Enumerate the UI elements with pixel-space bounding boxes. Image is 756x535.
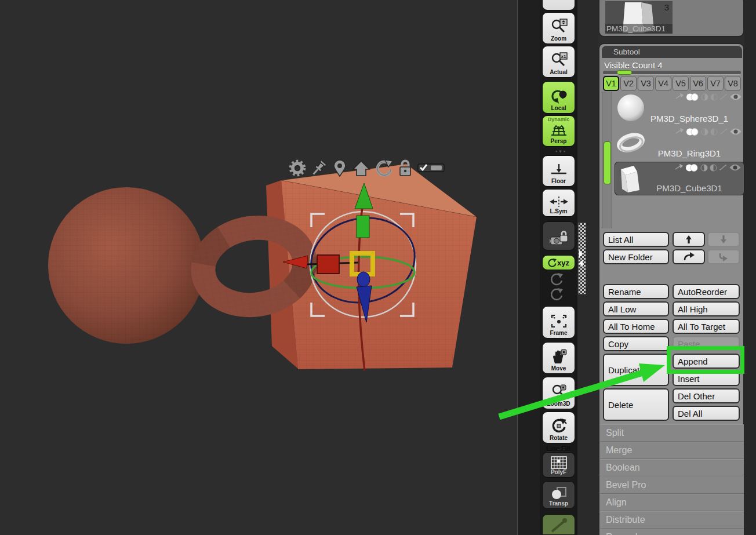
gyro-z-icon[interactable] bbox=[549, 287, 564, 301]
lsym-button[interactable]: L.Sym bbox=[542, 189, 575, 217]
eye-icon[interactable] bbox=[729, 93, 742, 101]
section-boolean[interactable]: Boolean bbox=[600, 459, 744, 476]
contrast-icon[interactable] bbox=[710, 93, 718, 101]
move-button[interactable]: Move bbox=[542, 342, 575, 374]
lsym-icon bbox=[549, 195, 569, 208]
transp-button[interactable]: Transp bbox=[542, 481, 575, 509]
curve-icon[interactable] bbox=[719, 164, 727, 171]
halfcircle-icon[interactable] bbox=[701, 93, 708, 101]
tab-v6[interactable]: V6 bbox=[690, 76, 706, 91]
polypaint-icon[interactable] bbox=[675, 128, 684, 135]
subtool-row-icons bbox=[675, 163, 742, 172]
section-merge[interactable]: Merge bbox=[600, 442, 744, 459]
visibility-toggle[interactable] bbox=[685, 128, 699, 136]
tool-preview-tile[interactable]: 3 PM3D_Cube3D1 bbox=[605, 1, 673, 34]
eye-icon[interactable] bbox=[729, 128, 742, 136]
curve-icon[interactable] bbox=[719, 93, 728, 100]
lock-icon[interactable] bbox=[397, 159, 413, 177]
tab-v8[interactable]: V8 bbox=[725, 76, 741, 91]
eye-icon[interactable] bbox=[729, 163, 742, 172]
subtool-scroll-thumb[interactable] bbox=[604, 141, 611, 184]
persp-button[interactable]: Dynamic Persp bbox=[542, 115, 575, 147]
tab-v4[interactable]: V4 bbox=[655, 76, 671, 91]
section-align[interactable]: Align bbox=[600, 494, 744, 511]
magnifier-3d-icon bbox=[550, 383, 568, 401]
tab-v7[interactable]: V7 bbox=[707, 76, 724, 91]
frame-button[interactable]: Frame bbox=[542, 306, 575, 339]
halfcircle-icon[interactable] bbox=[700, 164, 708, 172]
del-other-button[interactable]: Del Other bbox=[673, 388, 740, 403]
all-to-target-button[interactable]: All To Target bbox=[673, 319, 740, 334]
move-out-button[interactable] bbox=[673, 249, 705, 264]
polyf-button[interactable]: PolyF bbox=[542, 452, 575, 478]
scroll-right-arrow[interactable] bbox=[579, 250, 583, 257]
scroll-left-arrow[interactable] bbox=[579, 260, 583, 267]
section-bevel-pro[interactable]: Bevel Pro bbox=[600, 476, 744, 494]
slider-knob[interactable] bbox=[617, 70, 632, 75]
move-down-button[interactable] bbox=[707, 232, 740, 247]
dynamic-label: Dynamic bbox=[543, 117, 575, 122]
tab-v1[interactable]: V1 bbox=[603, 76, 619, 91]
tool-preview-panel: 3 PM3D_Cube3D1 bbox=[598, 0, 744, 37]
toggle-check-icon[interactable] bbox=[417, 163, 445, 173]
rotate-ccw-icon[interactable] bbox=[375, 159, 393, 177]
polypaint-icon[interactable] bbox=[675, 93, 684, 100]
lsym-label: L.Sym bbox=[550, 208, 567, 214]
visible-count-slider[interactable] bbox=[603, 71, 741, 75]
subtool-list-scrollbar[interactable] bbox=[602, 92, 612, 228]
rotate-icon bbox=[550, 417, 568, 435]
section-split[interactable]: Split bbox=[600, 424, 744, 442]
subtool-panel-header[interactable]: Subtool bbox=[602, 46, 742, 58]
rotate-label: Rotate bbox=[550, 435, 568, 441]
list-all-button[interactable]: List All bbox=[603, 232, 669, 247]
section-distribute[interactable]: Distribute bbox=[600, 511, 744, 529]
duplicate-button[interactable]: Duplicate bbox=[603, 354, 669, 386]
transp-label: Transp bbox=[549, 500, 568, 507]
home-icon[interactable] bbox=[352, 159, 370, 177]
move-up-button[interactable] bbox=[673, 232, 705, 247]
zoom-button[interactable]: Zoom bbox=[542, 12, 575, 44]
pushpin-icon[interactable] bbox=[310, 159, 328, 177]
rename-button[interactable]: Rename bbox=[603, 284, 669, 299]
move-in-button[interactable] bbox=[707, 249, 740, 264]
gxyz-button[interactable]: xyz bbox=[542, 255, 575, 270]
location-pin-icon[interactable] bbox=[332, 159, 348, 177]
new-folder-button[interactable]: New Folder bbox=[603, 249, 669, 264]
all-high-button[interactable]: All High bbox=[673, 301, 740, 316]
delete-button[interactable]: Delete bbox=[603, 388, 669, 421]
copy-button[interactable]: Copy bbox=[603, 336, 669, 351]
rotate-button[interactable]: Rotate bbox=[542, 412, 575, 443]
gyro-y-icon[interactable] bbox=[549, 272, 564, 286]
autoreorder-button[interactable]: AutoReorder bbox=[673, 284, 740, 299]
halfcircle-icon[interactable] bbox=[701, 128, 708, 136]
contrast-icon[interactable] bbox=[710, 128, 718, 136]
section-remesh[interactable]: Remesh bbox=[600, 529, 744, 535]
subtool-row-sphere[interactable]: PM3D_Sphere3D_1 bbox=[615, 92, 744, 125]
ghost-button-partial[interactable] bbox=[542, 514, 575, 535]
polypaint-icon[interactable] bbox=[675, 164, 683, 171]
all-to-home-button[interactable]: All To Home bbox=[603, 319, 669, 334]
brush-slash-icon bbox=[547, 517, 570, 534]
subtool-row-ring[interactable]: PM3D_Ring3D1 bbox=[615, 126, 744, 160]
tab-v5[interactable]: V5 bbox=[673, 76, 689, 91]
zoom3d-button[interactable]: Zoom3D bbox=[542, 377, 575, 409]
shelf-scrollbar[interactable] bbox=[578, 223, 586, 294]
visibility-toggle[interactable] bbox=[685, 93, 699, 101]
contrast-icon[interactable] bbox=[710, 164, 717, 172]
tab-v2[interactable]: V2 bbox=[620, 76, 637, 91]
gear-icon[interactable] bbox=[289, 159, 306, 177]
all-low-button[interactable]: All Low bbox=[603, 301, 669, 316]
subtool-row-cube[interactable]: PM3D_Cube3D1 bbox=[615, 162, 744, 195]
actual-button[interactable]: x1 Actual bbox=[542, 46, 575, 78]
curve-icon[interactable] bbox=[719, 128, 728, 135]
visibility-toggle[interactable] bbox=[685, 164, 699, 172]
del-all-button[interactable]: Del All bbox=[673, 406, 740, 421]
camera-lock-button[interactable] bbox=[542, 221, 575, 250]
viewport-canvas[interactable] bbox=[0, 0, 518, 535]
local-button[interactable]: Local bbox=[542, 81, 575, 114]
zoom3d-label: Zoom3D bbox=[547, 401, 570, 407]
floor-button[interactable]: Floor bbox=[542, 155, 575, 187]
shelf-button-partial[interactable] bbox=[542, 0, 575, 10]
tab-v3[interactable]: V3 bbox=[638, 76, 654, 91]
subtool-row-icons bbox=[675, 93, 742, 101]
